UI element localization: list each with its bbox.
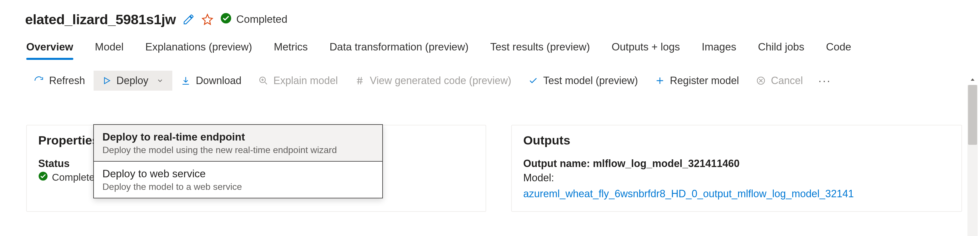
play-icon [102,76,111,85]
command-bar: Refresh Deploy Download [25,71,980,90]
tab-code[interactable]: Code [826,41,851,59]
tab-child-jobs[interactable]: Child jobs [758,41,804,59]
explain-model-button: Explain model [250,71,346,90]
cancel-button: Cancel [748,71,811,90]
tab-bar: Overview Model Explanations (preview) Me… [25,41,980,60]
register-model-button[interactable]: Register model [646,71,748,90]
tab-explanations[interactable]: Explanations (preview) [145,41,252,59]
explain-model-label: Explain model [273,74,338,87]
edit-icon[interactable] [183,13,194,25]
success-check-icon [220,13,232,27]
tab-data-transformation[interactable]: Data transformation (preview) [329,41,468,59]
scrollbar-up-arrow-icon[interactable] [967,74,978,85]
scrollbar-thumb[interactable] [968,85,977,145]
tab-overview[interactable]: Overview [26,41,73,59]
deploy-realtime-subtitle: Deploy the model using the new real-time… [102,145,374,155]
download-icon [181,76,191,86]
refresh-button[interactable]: Refresh [25,71,94,90]
tab-images[interactable]: Images [702,41,736,59]
deploy-label: Deploy [116,74,148,87]
status-field-value: Completed [52,172,100,183]
tab-model[interactable]: Model [95,41,124,59]
register-model-label: Register model [670,74,739,87]
test-model-label: Test model (preview) [543,74,638,87]
tab-test-results[interactable]: Test results (preview) [490,41,590,59]
page-title: elated_lizard_5981s1jw [25,11,176,27]
view-code-label: View generated code (preview) [370,74,511,87]
deploy-web-service-item[interactable]: Deploy to web service Deploy the model t… [94,162,382,198]
deploy-button[interactable]: Deploy [94,71,172,90]
download-label: Download [196,74,241,87]
deploy-realtime-title: Deploy to real-time endpoint [102,131,374,143]
vertical-scrollbar[interactable] [967,85,978,236]
refresh-icon [33,76,44,86]
tab-outputs-logs[interactable]: Outputs + logs [612,41,680,59]
view-code-button: View generated code (preview) [346,71,520,90]
more-button[interactable]: ··· [811,71,838,90]
status-label: Completed [236,13,287,25]
success-check-icon [38,171,48,183]
deploy-webservice-subtitle: Deploy the model to a web service [102,182,374,192]
refresh-label: Refresh [49,74,85,87]
deploy-dropdown: Deploy to real-time endpoint Deploy the … [93,124,383,198]
test-model-button[interactable]: Test model (preview) [520,71,646,90]
plus-icon [655,76,665,86]
outputs-panel: Outputs Output name: mlflow_log_model_32… [511,125,962,212]
model-link[interactable]: azureml_wheat_fly_6wsnbrfdr8_HD_0_output… [523,188,854,200]
tab-metrics[interactable]: Metrics [274,41,308,59]
outputs-title: Outputs [523,133,950,147]
deploy-realtime-endpoint-item[interactable]: Deploy to real-time endpoint Deploy the … [94,125,382,162]
hash-icon [355,76,364,86]
favorite-star-icon[interactable] [201,13,213,25]
model-label: Model: [523,172,950,184]
cancel-icon [756,76,766,86]
check-icon [528,76,538,86]
download-button[interactable]: Download [172,71,250,90]
zoom-in-icon [258,76,268,86]
deploy-webservice-title: Deploy to web service [102,168,374,180]
output-name-value: mlflow_log_model_321411460 [593,158,740,169]
cancel-label: Cancel [771,74,803,87]
chevron-down-icon [156,77,164,84]
output-name-label: Output name: [523,158,590,169]
